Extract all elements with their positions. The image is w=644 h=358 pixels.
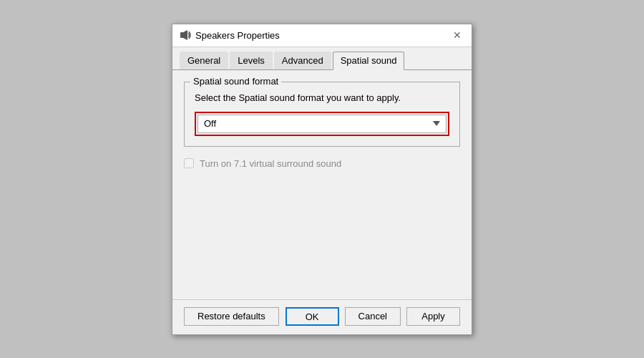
spatial-sound-dropdown[interactable]: Off Windows Sonic for Headphones (197, 115, 447, 133)
footer-left: Restore defaults (184, 307, 279, 326)
svg-marker-1 (183, 30, 187, 40)
spatial-sound-format-group: Spatial sound format Select the Spatial … (184, 82, 460, 147)
footer-right: OK Cancel Apply (286, 307, 460, 326)
dialog-footer: Restore defaults OK Cancel Apply (172, 299, 472, 334)
dropdown-wrapper: Off Windows Sonic for Headphones (195, 112, 449, 136)
ok-button[interactable]: OK (286, 307, 339, 326)
virtual-surround-checkbox[interactable] (184, 158, 194, 168)
tab-spatial-sound[interactable]: Spatial sound (333, 52, 405, 70)
title-bar: Speakers Properties ✕ (172, 24, 472, 47)
dialog-title: Speakers Properties (195, 30, 280, 41)
group-box-title: Spatial sound format (190, 76, 281, 87)
group-description: Select the Spatial sound format you want… (195, 92, 449, 103)
tab-advanced[interactable]: Advanced (274, 52, 331, 69)
svg-rect-0 (180, 32, 183, 38)
tab-content: Spatial sound format Select the Spatial … (172, 70, 472, 299)
close-button[interactable]: ✕ (450, 28, 464, 42)
speakers-properties-dialog: Speakers Properties ✕ General Levels Adv… (172, 24, 472, 335)
title-bar-left: Speakers Properties (180, 29, 280, 41)
cancel-button[interactable]: Cancel (345, 307, 401, 326)
apply-button[interactable]: Apply (406, 307, 460, 326)
virtual-surround-row: Turn on 7.1 virtual surround sound (184, 158, 460, 169)
tab-general[interactable]: General (180, 52, 228, 69)
tab-levels[interactable]: Levels (230, 52, 273, 69)
dialog-icon (180, 29, 191, 41)
virtual-surround-label: Turn on 7.1 virtual surround sound (200, 158, 341, 169)
restore-defaults-button[interactable]: Restore defaults (184, 307, 279, 326)
tabs-bar: General Levels Advanced Spatial sound (172, 47, 472, 70)
